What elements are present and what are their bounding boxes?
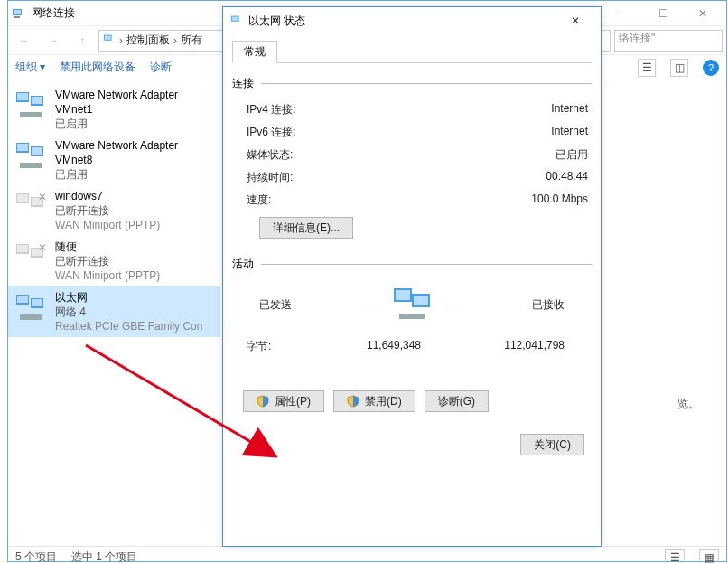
row-key: IPv4 连接: (247, 102, 462, 117)
dialog-body: 常规 连接 IPv4 连接:Internet IPv6 连接:Internet … (223, 34, 601, 421)
organize-menu[interactable]: 组织 ▾ (15, 60, 45, 75)
list-item[interactable]: VMware Network Adapter VMnet8 已启用 (8, 135, 220, 185)
row-val: Internet (462, 125, 588, 140)
list-item-selected[interactable]: 以太网 网络 4 Realtek PCIe GBE Family Con (8, 286, 220, 337)
details-button[interactable]: 详细信息(E)... (259, 217, 353, 239)
status-count: 5 个项目 (15, 549, 57, 563)
network-icon (12, 6, 26, 21)
row-key: 持续时间: (247, 170, 462, 185)
sent-label: 已发送 (259, 297, 292, 313)
network-icon (230, 14, 243, 29)
svg-rect-28 (32, 299, 42, 306)
svg-rect-13 (32, 147, 42, 155)
svg-rect-33 (396, 290, 410, 300)
properties-button[interactable]: 属性(P) (243, 390, 324, 412)
status-selected: 选中 1 个项目 (71, 549, 137, 563)
list-item[interactable]: VMware Network Adapter VMnet1 已启用 (8, 84, 220, 135)
properties-label: 属性(P) (275, 394, 311, 409)
dialog-title: 以太网 状态 (248, 14, 557, 29)
svg-rect-21 (17, 245, 28, 252)
breadcrumb-sep: › (119, 34, 123, 47)
list-item[interactable]: ✕ 随便 已断开连接 WAN Miniport (PPTP) (8, 236, 220, 286)
minimize-button[interactable]: — (603, 2, 643, 25)
svg-rect-29 (20, 314, 42, 320)
dialog-titlebar: 以太网 状态 ✕ (223, 7, 601, 34)
window-controls: — ☐ ✕ (603, 2, 723, 25)
help-icon[interactable]: ? (703, 60, 719, 76)
adapter-status: 已启用 (55, 167, 213, 182)
section-connection: 连接 IPv4 连接:Internet IPv6 连接:Internet 媒体状… (232, 76, 592, 239)
section-activity-label: 活动 (232, 257, 254, 272)
section-activity: 活动 已发送 已接收 字节: 11,649,348 112,041,798 (232, 257, 592, 412)
search-input[interactable]: 络连接" (614, 30, 723, 52)
svg-rect-8 (32, 97, 42, 104)
svg-rect-9 (20, 112, 42, 117)
svg-rect-1 (14, 10, 21, 14)
ethernet-status-dialog: 以太网 状态 ✕ 常规 连接 IPv4 连接:Internet IPv6 连接:… (222, 6, 602, 547)
sent-bytes: 11,649,348 (337, 339, 451, 354)
breadcrumb-sep: › (173, 34, 177, 47)
svg-rect-16 (17, 194, 28, 202)
svg-rect-2 (14, 16, 20, 18)
row-val: 100.0 Mbps (462, 192, 588, 208)
activity-icon (354, 285, 470, 324)
dialog-close-button[interactable]: ✕ (557, 8, 593, 33)
dialog-footer: 关闭(C) (223, 421, 601, 468)
adapter-status: 网络 4 (55, 305, 202, 319)
svg-text:✕: ✕ (38, 241, 47, 254)
adapter-device: WAN Miniport (PPTP) (55, 268, 160, 283)
svg-rect-14 (20, 163, 42, 168)
adapter-name: 以太网 (55, 290, 202, 305)
preview-hint: 览。 (677, 397, 699, 412)
svg-rect-6 (17, 93, 28, 100)
svg-rect-11 (17, 144, 28, 151)
adapter-status: 已断开连接 (55, 203, 160, 218)
search-placeholder: 络连接" (619, 32, 655, 44)
recv-bytes: 112,041,798 (451, 339, 565, 354)
tiles-view-icon[interactable]: ▦ (699, 549, 719, 564)
tabset: 常规 (232, 40, 592, 63)
close-button[interactable]: 关闭(C) (520, 434, 584, 455)
diagnose-button[interactable]: 诊断 (150, 60, 172, 75)
forward-button[interactable]: → (41, 30, 66, 52)
recv-label: 已接收 (532, 297, 565, 313)
preview-pane-icon[interactable]: ◫ (670, 59, 688, 77)
disable-button[interactable]: 禁用(D) (333, 390, 415, 412)
shield-icon (257, 395, 269, 408)
row-val: 00:48:44 (462, 170, 588, 185)
adapter-device: WAN Miniport (PPTP) (55, 218, 160, 232)
breadcrumb-1[interactable]: 控制面板 (126, 33, 170, 48)
adapter-name: VMware Network Adapter VMnet1 (55, 88, 213, 117)
view-icon[interactable]: ☰ (638, 59, 656, 77)
adapter-status: 已启用 (55, 117, 213, 131)
adapter-icon (12, 88, 50, 126)
adapter-name: VMware Network Adapter VMnet8 (55, 138, 213, 167)
adapter-device: Realtek PCIe GBE Family Con (55, 319, 202, 333)
tab-general[interactable]: 常规 (232, 41, 277, 63)
adapter-icon-disconnected: ✕ (12, 239, 50, 277)
svg-rect-4 (105, 36, 111, 40)
adapter-icon (12, 290, 50, 328)
row-key: 媒体状态: (247, 147, 462, 163)
adapter-status: 已断开连接 (55, 254, 160, 268)
adapter-icon (12, 138, 50, 176)
diagnose-button[interactable]: 诊断(G) (425, 390, 489, 412)
up-button[interactable]: ↑ (70, 30, 95, 52)
svg-rect-31 (232, 16, 238, 20)
disable-device-button[interactable]: 禁用此网络设备 (60, 60, 135, 75)
statusbar: 5 个项目 选中 1 个项目 ☰ ▦ (8, 546, 726, 563)
svg-rect-26 (17, 296, 28, 303)
adapter-name: 随便 (55, 239, 160, 254)
adapter-name: windows7 (55, 189, 160, 203)
svg-rect-36 (399, 314, 425, 319)
row-key: IPv6 连接: (247, 125, 462, 140)
maximize-button[interactable]: ☐ (643, 2, 683, 25)
back-button[interactable]: ← (12, 30, 37, 52)
details-view-icon[interactable]: ☰ (665, 549, 685, 564)
breadcrumb-2[interactable]: 所有 (181, 33, 202, 48)
row-val: Internet (462, 102, 588, 117)
close-button[interactable]: ✕ (683, 2, 723, 25)
svg-rect-35 (414, 296, 428, 305)
row-key: 速度: (247, 192, 462, 208)
list-item[interactable]: ✕ windows7 已断开连接 WAN Miniport (PPTP) (8, 185, 220, 236)
